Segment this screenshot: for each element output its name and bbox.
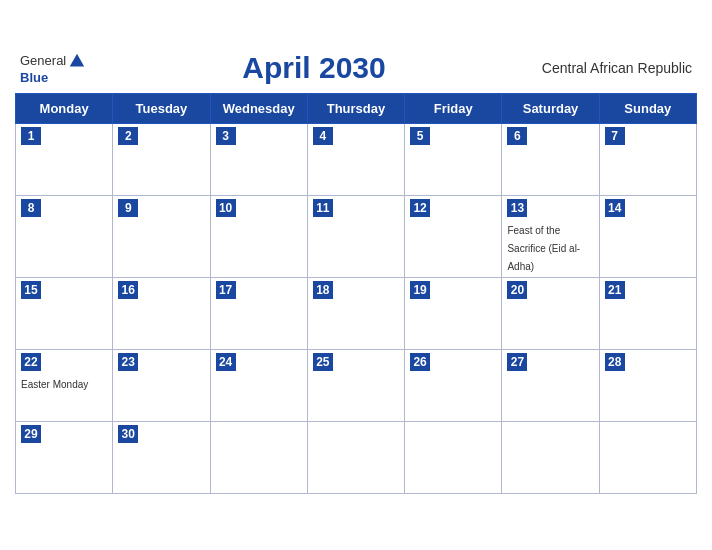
day-number: 20 xyxy=(507,281,527,299)
day-cell: 17 xyxy=(210,278,307,350)
day-cell: 2 xyxy=(113,124,210,196)
day-number: 6 xyxy=(507,127,527,145)
day-number: 5 xyxy=(410,127,430,145)
day-number: 7 xyxy=(605,127,625,145)
day-cell xyxy=(405,422,502,494)
day-number: 16 xyxy=(118,281,138,299)
logo-area: General Blue xyxy=(20,52,86,85)
col-tuesday: Tuesday xyxy=(113,94,210,124)
day-number: 4 xyxy=(313,127,333,145)
week-row-1: 1234567 xyxy=(16,124,697,196)
day-cell: 18 xyxy=(307,278,404,350)
calendar-body: 12345678910111213Feast of the Sacrifice … xyxy=(16,124,697,494)
day-number: 18 xyxy=(313,281,333,299)
day-cell: 7 xyxy=(599,124,696,196)
day-cell: 19 xyxy=(405,278,502,350)
day-number: 3 xyxy=(216,127,236,145)
week-row-2: 8910111213Feast of the Sacrifice (Eid al… xyxy=(16,196,697,278)
logo-blue-text: Blue xyxy=(20,70,48,85)
day-cell: 24 xyxy=(210,350,307,422)
day-cell xyxy=(307,422,404,494)
col-monday: Monday xyxy=(16,94,113,124)
day-cell: 27 xyxy=(502,350,599,422)
month-title: April 2030 xyxy=(86,51,542,85)
logo-text: General xyxy=(20,52,86,70)
day-cell: 25 xyxy=(307,350,404,422)
day-number: 19 xyxy=(410,281,430,299)
day-cell: 23 xyxy=(113,350,210,422)
day-cell: 9 xyxy=(113,196,210,278)
day-number: 13 xyxy=(507,199,527,217)
day-number: 15 xyxy=(21,281,41,299)
week-row-5: 2930 xyxy=(16,422,697,494)
day-number: 24 xyxy=(216,353,236,371)
event-text: Easter Monday xyxy=(21,379,88,390)
day-number: 2 xyxy=(118,127,138,145)
day-number: 1 xyxy=(21,127,41,145)
col-friday: Friday xyxy=(405,94,502,124)
day-number: 28 xyxy=(605,353,625,371)
col-wednesday: Wednesday xyxy=(210,94,307,124)
day-cell: 14 xyxy=(599,196,696,278)
day-number: 14 xyxy=(605,199,625,217)
day-number: 9 xyxy=(118,199,138,217)
day-cell xyxy=(599,422,696,494)
day-cell: 11 xyxy=(307,196,404,278)
day-number: 12 xyxy=(410,199,430,217)
day-cell xyxy=(210,422,307,494)
svg-marker-0 xyxy=(70,53,84,66)
day-cell: 3 xyxy=(210,124,307,196)
day-cell: 15 xyxy=(16,278,113,350)
day-cell: 13Feast of the Sacrifice (Eid al-Adha) xyxy=(502,196,599,278)
day-cell: 22Easter Monday xyxy=(16,350,113,422)
col-thursday: Thursday xyxy=(307,94,404,124)
event-text: Feast of the Sacrifice (Eid al-Adha) xyxy=(507,225,580,272)
day-cell: 26 xyxy=(405,350,502,422)
calendar-table: Monday Tuesday Wednesday Thursday Friday… xyxy=(15,93,697,494)
day-number: 17 xyxy=(216,281,236,299)
day-number: 27 xyxy=(507,353,527,371)
day-cell: 4 xyxy=(307,124,404,196)
week-row-3: 15161718192021 xyxy=(16,278,697,350)
calendar-wrapper: General Blue April 2030 Central African … xyxy=(0,41,712,509)
day-number: 29 xyxy=(21,425,41,443)
logo-general-text: General xyxy=(20,53,66,68)
weekday-header-row: Monday Tuesday Wednesday Thursday Friday… xyxy=(16,94,697,124)
day-number: 23 xyxy=(118,353,138,371)
day-number: 11 xyxy=(313,199,333,217)
country-label: Central African Republic xyxy=(542,60,692,76)
day-number: 25 xyxy=(313,353,333,371)
calendar-header: General Blue April 2030 Central African … xyxy=(15,51,697,85)
col-sunday: Sunday xyxy=(599,94,696,124)
day-cell: 12 xyxy=(405,196,502,278)
day-cell: 29 xyxy=(16,422,113,494)
day-number: 8 xyxy=(21,199,41,217)
day-number: 10 xyxy=(216,199,236,217)
logo-icon xyxy=(68,52,86,70)
day-number: 21 xyxy=(605,281,625,299)
day-cell: 10 xyxy=(210,196,307,278)
day-cell: 6 xyxy=(502,124,599,196)
day-number: 26 xyxy=(410,353,430,371)
day-cell: 8 xyxy=(16,196,113,278)
col-saturday: Saturday xyxy=(502,94,599,124)
day-cell: 28 xyxy=(599,350,696,422)
week-row-4: 22Easter Monday232425262728 xyxy=(16,350,697,422)
day-cell: 21 xyxy=(599,278,696,350)
day-number: 30 xyxy=(118,425,138,443)
day-cell: 20 xyxy=(502,278,599,350)
day-number: 22 xyxy=(21,353,41,371)
day-cell: 1 xyxy=(16,124,113,196)
day-cell: 30 xyxy=(113,422,210,494)
day-cell: 5 xyxy=(405,124,502,196)
day-cell xyxy=(502,422,599,494)
day-cell: 16 xyxy=(113,278,210,350)
